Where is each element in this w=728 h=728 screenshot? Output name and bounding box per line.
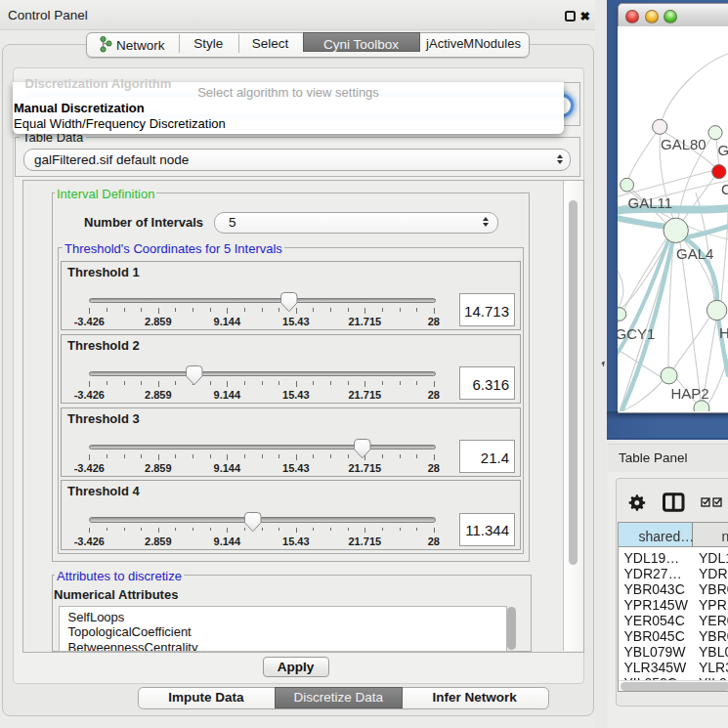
svg-text:GAL80: GAL80 <box>661 136 707 152</box>
svg-text:GAL4: GAL4 <box>676 245 713 262</box>
svg-text:GA: GA <box>718 142 728 158</box>
svg-text:GCY1: GCY1 <box>618 325 655 342</box>
svg-text:GAL11: GAL11 <box>628 194 673 211</box>
svg-text:C: C <box>721 181 728 197</box>
svg-text:H: H <box>719 324 728 341</box>
svg-text:HAP2: HAP2 <box>671 385 709 402</box>
